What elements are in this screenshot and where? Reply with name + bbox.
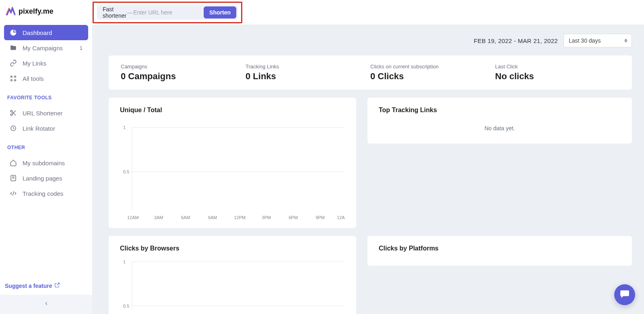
svg-text:12PM: 12PM [234, 215, 246, 220]
house-icon [10, 159, 17, 166]
sidebar-item-dashboard[interactable]: Dashboard [4, 25, 88, 40]
sidebar-badge: 1 [80, 45, 83, 51]
sidebar-collapse-button[interactable] [0, 295, 92, 314]
link-icon [10, 60, 17, 67]
chart-clicks-by-browsers: 1 0.5 [120, 258, 345, 310]
sidebar-item-all-tools[interactable]: All tools [4, 71, 88, 86]
fast-shortener-highlight: Fast shortener — Shorten [93, 2, 242, 23]
svg-point-2 [11, 80, 12, 81]
shortener-dash: — [127, 9, 132, 16]
grid-icon [10, 75, 17, 82]
logo[interactable]: pixelfy.me [0, 0, 92, 23]
panel-unique-total: Unique / Total 1 0.5 12 [109, 98, 356, 228]
svg-point-4 [10, 110, 12, 112]
svg-text:12AM: 12AM [337, 215, 345, 220]
stats-card: Campaigns 0 Campaigns Tracking Links 0 L… [109, 55, 632, 90]
sidebar-item-label: My Campaigns [23, 45, 63, 51]
svg-text:12AM: 12AM [127, 215, 139, 220]
svg-point-0 [11, 76, 12, 78]
code-icon [10, 190, 17, 197]
main: Fast shortener — Shorten FEB 19, 2022 - … [93, 0, 644, 314]
date-range-selected: Last 30 days [569, 37, 601, 44]
stat-campaigns: Campaigns 0 Campaigns [121, 64, 246, 82]
panel-clicks-by-platforms: Clicks by Platforms [367, 236, 632, 266]
svg-line-12 [13, 191, 14, 196]
sidebar-item-link-rotator[interactable]: Link Rotator [4, 121, 88, 136]
svg-text:6AM: 6AM [181, 215, 190, 220]
content: FEB 19, 2022 - MAR 21, 2022 Last 30 days… [93, 25, 644, 314]
panel-title: Clicks by Platforms [379, 245, 621, 252]
stat-value: No clicks [495, 71, 620, 82]
stat-value: 0 Clicks [370, 71, 495, 82]
panel-title: Top Tracking Links [379, 107, 621, 114]
sidebar-item-label: Dashboard [23, 29, 52, 36]
panel-top-tracking-links: Top Tracking Links No data yet. [367, 98, 632, 144]
shortener-label: Fast shortener [103, 6, 127, 19]
svg-point-1 [14, 76, 16, 78]
sidebar-item-my-links[interactable]: My Links [4, 55, 88, 71]
date-range-text: FEB 19, 2022 - MAR 21, 2022 [474, 37, 558, 44]
sidebar-item-label: Link Rotator [23, 125, 55, 132]
sidebar-item-label: My Links [23, 60, 46, 67]
sidebar-item-landing-pages[interactable]: Landing pages [4, 170, 88, 186]
panel-clicks-by-browsers: Clicks by Browsers 1 0.5 [109, 236, 356, 314]
suggest-feature-label: Suggest a feature [5, 283, 52, 289]
sidebar-item-my-subdomains[interactable]: My subdomains [4, 155, 88, 170]
external-icon [54, 282, 60, 289]
panel-title: Unique / Total [120, 107, 345, 114]
date-range-row: FEB 19, 2022 - MAR 21, 2022 Last 30 days [109, 34, 632, 47]
logo-icon [6, 6, 15, 16]
svg-text:0.5: 0.5 [123, 304, 129, 308]
svg-text:1: 1 [123, 125, 126, 130]
stat-label: Clicks on current subscription [370, 64, 495, 70]
svg-text:3AM: 3AM [154, 215, 163, 220]
sidebar-item-url-shortener[interactable]: URL Shortener [4, 105, 88, 121]
svg-text:0.5: 0.5 [123, 169, 129, 174]
sidebar-item-tracking-codes[interactable]: Tracking codes [4, 186, 88, 201]
stat-label: Last Click [495, 64, 620, 70]
spinner-icon [624, 39, 627, 43]
rotate-icon [10, 125, 17, 132]
scissors-icon [10, 109, 17, 117]
shorten-button[interactable]: Shorten [204, 6, 236, 18]
suggest-feature-link[interactable]: Suggest a feature [0, 277, 92, 295]
panel-title: Clicks by Browsers [120, 245, 345, 252]
stat-clicks: Clicks on current subscription 0 Clicks [370, 64, 495, 82]
sidebar-item-label: Tracking codes [23, 190, 63, 197]
sidebar: pixelfy.me Dashboard My Campaigns 1 [0, 0, 93, 314]
chart-unique-total: 1 0.5 12AM 3AM 6AM 9AM 12PM 3PM 6PM 9PM … [120, 119, 345, 220]
svg-point-3 [14, 80, 16, 81]
chevron-left-icon [43, 301, 49, 308]
topbar: Fast shortener — Shorten [93, 0, 644, 25]
sidebar-item-label: Landing pages [23, 175, 62, 182]
sidebar-item-label: All tools [23, 75, 44, 82]
stat-label: Tracking Links [246, 64, 370, 70]
sidebar-section-other: OTHER [0, 138, 92, 154]
page-icon [10, 174, 17, 182]
sidebar-item-label: My subdomains [23, 160, 65, 166]
no-data-text: No data yet. [379, 119, 621, 135]
svg-text:6PM: 6PM [289, 215, 298, 220]
logo-text: pixelfy.me [19, 7, 54, 16]
sidebar-item-my-campaigns[interactable]: My Campaigns 1 [4, 40, 88, 55]
piechart-icon [10, 29, 17, 36]
chat-bubble-button[interactable] [614, 284, 635, 305]
stat-value: 0 Links [246, 71, 370, 82]
svg-text:9PM: 9PM [316, 215, 325, 220]
svg-text:9AM: 9AM [208, 215, 217, 220]
stat-value: 0 Campaigns [121, 71, 246, 82]
chat-icon [619, 289, 630, 301]
date-range-select[interactable]: Last 30 days [564, 34, 632, 47]
sidebar-item-label: URL Shortener [23, 110, 63, 117]
stat-tracking-links: Tracking Links 0 Links [246, 64, 370, 82]
svg-text:3PM: 3PM [262, 215, 271, 220]
stat-last-click: Last Click No clicks [495, 64, 620, 82]
svg-point-5 [10, 114, 12, 116]
svg-text:1: 1 [123, 259, 126, 264]
folder-icon [10, 44, 17, 51]
shortener-input[interactable] [133, 9, 204, 16]
fast-shortener: Fast shortener — Shorten [97, 5, 238, 20]
stat-label: Campaigns [121, 64, 246, 70]
sidebar-section-favorite: FAVORITE TOOLS [0, 88, 92, 104]
